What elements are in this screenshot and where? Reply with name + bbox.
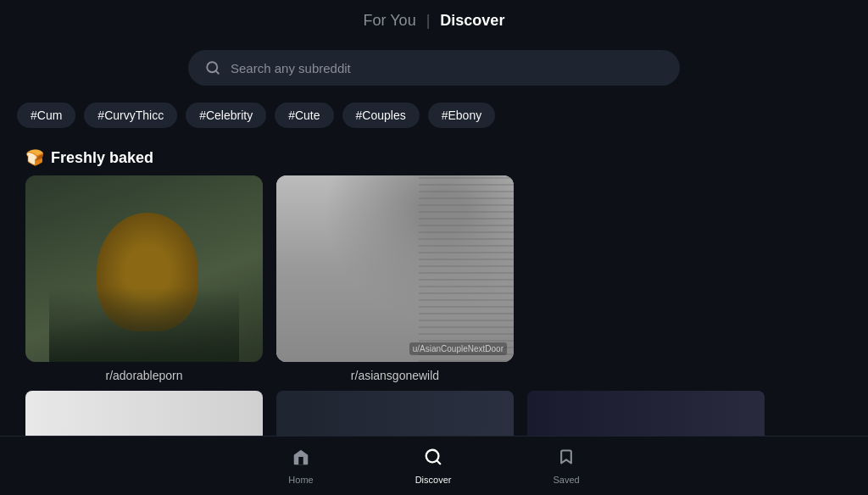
card-image-asiansgonewild: u/AsianCoupleNextDoor bbox=[276, 175, 514, 362]
section-header: 🍞 Freshly baked bbox=[0, 136, 868, 175]
for-you-tab[interactable]: For You bbox=[364, 12, 416, 30]
bottom-nav-home[interactable]: Home bbox=[288, 448, 313, 485]
tag-pill[interactable]: #Celebrity bbox=[186, 103, 266, 128]
card-label-adorableporn: r/adorableporn bbox=[105, 369, 182, 382]
saved-label: Saved bbox=[553, 475, 579, 485]
section-emoji: 🍞 bbox=[25, 148, 44, 167]
svg-line-1 bbox=[215, 70, 218, 73]
nav-divider: | bbox=[426, 12, 431, 30]
tag-pill[interactable]: #Cute bbox=[275, 103, 333, 128]
content-row2 bbox=[0, 382, 868, 442]
search-bar[interactable]: Search any subreddit bbox=[188, 50, 680, 86]
search-placeholder: Search any subreddit bbox=[231, 61, 351, 75]
card-asiansgonewild[interactable]: u/AsianCoupleNextDoor r/asiansgonewild bbox=[276, 175, 514, 382]
search-icon bbox=[205, 60, 220, 75]
search-container: Search any subreddit bbox=[0, 38, 868, 94]
tag-pill[interactable]: #CurvyThicc bbox=[84, 103, 177, 128]
tag-pill[interactable]: #Ebony bbox=[428, 103, 495, 128]
content-grid: r/adorableporn u/AsianCoupleNextDoor r/a… bbox=[0, 175, 868, 382]
discover-label: Discover bbox=[415, 475, 452, 485]
saved-icon bbox=[558, 448, 575, 471]
asian-image: u/AsianCoupleNextDoor bbox=[276, 175, 514, 362]
card-image-adorableporn bbox=[25, 175, 263, 362]
discover-tab[interactable]: Discover bbox=[440, 12, 504, 30]
card-overlay-username: u/AsianCoupleNextDoor bbox=[409, 342, 507, 355]
adorable-image bbox=[25, 175, 263, 362]
section-title: Freshly baked bbox=[51, 149, 153, 167]
bottom-nav-saved[interactable]: Saved bbox=[553, 448, 579, 485]
partial-card-2[interactable] bbox=[276, 391, 514, 442]
home-icon bbox=[292, 448, 310, 471]
partial-card-3[interactable] bbox=[527, 391, 765, 442]
tag-pill[interactable]: #Cum bbox=[17, 103, 75, 128]
card-label-asiansgonewild: r/asiansgonewild bbox=[351, 369, 439, 382]
bottom-navigation: Home Discover Saved bbox=[0, 436, 868, 495]
top-navigation: For You | Discover bbox=[0, 0, 868, 38]
tag-pill[interactable]: #Couples bbox=[342, 103, 420, 128]
bottom-nav-discover[interactable]: Discover bbox=[415, 448, 452, 485]
card-adorableporn[interactable]: r/adorableporn bbox=[25, 175, 263, 382]
partial-card-1[interactable] bbox=[25, 391, 263, 442]
home-label: Home bbox=[288, 475, 313, 485]
svg-line-3 bbox=[437, 460, 440, 464]
discover-icon bbox=[424, 448, 442, 471]
tags-row: #Cum #CurvyThicc #Celebrity #Cute #Coupl… bbox=[0, 94, 868, 136]
